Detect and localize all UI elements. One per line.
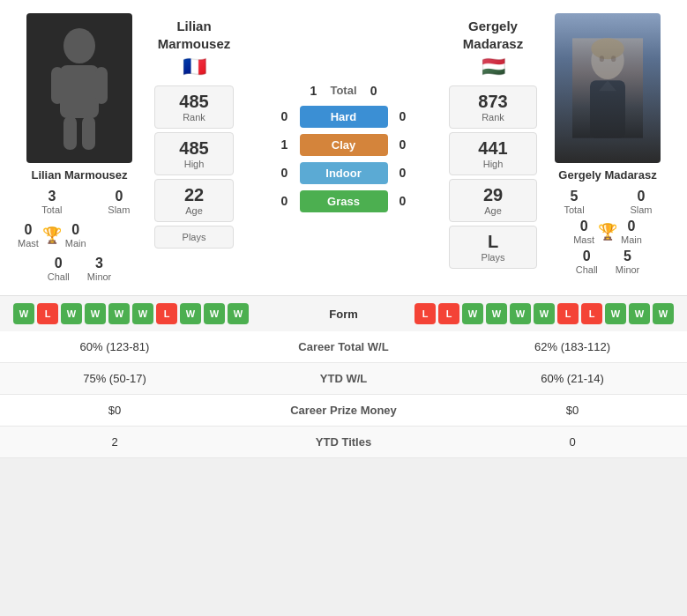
player2-rank-val: 873 [455, 92, 531, 112]
player1-slam-label: Slam [108, 204, 130, 215]
player1-high-val: 485 [155, 138, 233, 159]
trophy2-icon: 🏆 [598, 222, 617, 241]
form-badge-p1: W [180, 303, 201, 324]
player2-high-box: 441 High [449, 132, 537, 175]
player2-chall-row: 0 Chall 5 Minor [546, 249, 669, 275]
player1-minor-val: 3 [95, 256, 103, 271]
svg-rect-2 [51, 67, 63, 104]
form-badge-p1: W [13, 303, 34, 324]
stats-right-val: 62% (183-112) [458, 331, 687, 363]
player2-form: LLWWWWLLWWW [414, 303, 675, 324]
clay-btn: Clay [300, 134, 388, 156]
stats-left-val: $0 [0, 395, 229, 427]
player2-slam-label: Slam [630, 204, 652, 215]
player2-rank-label: Rank [455, 112, 531, 122]
player1-high-box: 485 High [154, 132, 234, 175]
stats-row: 2YTD Titles0 [0, 427, 687, 458]
clay-row: 1 Clay 0 [243, 134, 444, 156]
player1-full-name: Lilian Marmousez [158, 18, 231, 52]
svg-rect-3 [95, 67, 108, 104]
player1-flag: 🇫🇷 [183, 56, 206, 78]
p2-grass: 0 [395, 194, 411, 208]
player1-age-box: 22 Age [154, 179, 234, 222]
player1-form: WLWWWWLWWW [13, 303, 273, 324]
indoor-row: 0 Indoor 0 [243, 162, 444, 184]
svg-rect-1 [60, 65, 99, 118]
player1-mast-cell: 0 Mast 🏆 0 Main [18, 222, 86, 249]
player1-stats-grid: 3 Total 0 Slam 0 Mast 🏆 0 Main [9, 189, 150, 282]
main-container: Lilian Marmousez 3 Total 0 Slam 0 Mast 🏆 [0, 0, 687, 458]
p1-hard: 0 [277, 109, 293, 123]
grass-btn: Grass [300, 190, 388, 212]
p2-clay: 0 [395, 137, 411, 152]
player2-mast-row: 0 Mast 🏆 0 Main [546, 219, 669, 245]
form-badge-p1: W [61, 303, 82, 324]
player2-plays-box: L Plays [449, 226, 537, 269]
hard-btn: Hard [300, 106, 388, 128]
player2-chall-label: Chall [576, 264, 598, 275]
player1-photo [26, 13, 132, 163]
player2-main-label: Main [621, 234, 642, 245]
player2-mast-label: Mast [573, 234, 594, 245]
stats-left-val: 75% (50-17) [0, 363, 229, 395]
stats-center-label: Career Prize Money [229, 395, 458, 427]
surface-section: 1 Total 0 0 Hard 0 1 Clay 0 0 Indoor 0 0 [238, 13, 449, 282]
player1-total-label: Total [41, 204, 62, 215]
player1-high-label: High [155, 159, 233, 169]
player2-card: Gergely Madarasz 5 Total 0 Slam 0 Mast 🏆 [537, 13, 678, 282]
player1-main-val: 0 [71, 222, 79, 238]
player1-mast-val: 0 [24, 222, 32, 238]
player1-silhouette [44, 26, 115, 150]
stats-center-label: Career Total W/L [229, 331, 458, 363]
player2-total-cell: 5 Total [546, 189, 602, 215]
player1-info: Lilian Marmousez 🇫🇷 485 Rank 485 High 22… [150, 13, 238, 282]
player1-slam-val: 0 [115, 189, 123, 204]
player2-total-label: Total [564, 204, 584, 215]
player1-chall-label: Chall [48, 271, 70, 282]
svg-rect-5 [82, 116, 95, 150]
svg-rect-4 [63, 116, 77, 150]
total-row: 1 Total 0 [305, 84, 381, 98]
player2-chall-val: 0 [583, 249, 591, 264]
form-badge-p2: W [653, 303, 674, 324]
player2-main-val: 0 [627, 219, 635, 234]
form-badge-p2: L [438, 303, 459, 324]
stats-right-val: $0 [458, 395, 687, 427]
player1-rank-val: 485 [155, 92, 233, 112]
stats-left-val: 60% (123-81) [0, 331, 229, 363]
player1-rank-label: Rank [155, 112, 233, 122]
player1-main-label: Main [65, 238, 86, 249]
svg-point-8 [591, 38, 624, 59]
form-badge-p2: W [510, 303, 531, 324]
svg-point-0 [63, 28, 95, 63]
player1-mast-label: Mast [18, 238, 39, 249]
player2-info: Gergely Madarasz 🇭🇺 873 Rank 441 High 29… [449, 13, 537, 282]
p1-indoor: 0 [277, 166, 293, 180]
player2-plays-val: L [450, 232, 536, 252]
p1-clay: 1 [277, 137, 293, 152]
player2-slam-val: 0 [638, 189, 646, 204]
player2-full-name: Gergely Madarasz [463, 18, 523, 52]
player2-high-label: High [450, 159, 536, 169]
player2-photo [555, 13, 661, 163]
stats-right-val: 60% (21-14) [458, 363, 687, 395]
player1-age-label: Age [155, 205, 233, 216]
stats-row: 75% (50-17)YTD W/L60% (21-14) [0, 363, 687, 395]
player2-minor-label: Minor [616, 264, 640, 275]
form-badge-p2: L [581, 303, 602, 324]
form-badge-p1: L [156, 303, 177, 324]
svg-point-9 [600, 56, 604, 62]
stats-row: $0Career Prize Money$0 [0, 395, 687, 427]
player2-rank-box: 873 Rank [449, 85, 537, 129]
player2-age-label: Age [450, 205, 536, 216]
player2-age-box: 29 Age [449, 179, 537, 222]
stats-row: 60% (123-81)Career Total W/L62% (183-112… [0, 331, 687, 363]
player1-plays-box: Plays [154, 226, 234, 249]
player1-name-card: Lilian Marmousez [31, 168, 127, 182]
stats-center-label: YTD W/L [229, 363, 458, 395]
form-badge-p2: W [605, 303, 626, 324]
player1-card: Lilian Marmousez 3 Total 0 Slam 0 Mast 🏆 [9, 13, 150, 282]
form-badge-p1: W [108, 303, 130, 324]
form-badge-p1: W [228, 303, 249, 324]
form-badge-p1: W [132, 303, 153, 324]
